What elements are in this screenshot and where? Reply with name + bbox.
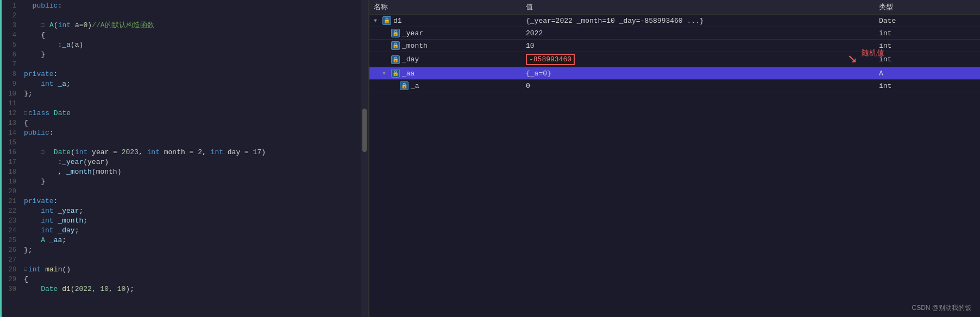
highlighted-value: -858993460 (526, 54, 575, 65)
collapse-icon[interactable]: □ (41, 148, 44, 157)
debug-type-cell: int (875, 40, 980, 52)
code-line (24, 60, 361, 69)
debug-content: 名称 值 类型 ▼🔒d1{_year=2022 _month=10 _day=-… (369, 0, 980, 317)
var-name: _aa (402, 69, 414, 78)
line-number: 22 (0, 206, 16, 216)
col-value: 值 (522, 0, 875, 15)
code-line: }; (24, 89, 361, 99)
debug-name-cell: 🔒_a (369, 80, 522, 92)
scrollbar-thumb[interactable] (362, 109, 367, 152)
debug-panel: 名称 值 类型 ▼🔒d1{_year=2022 _month=10 _day=-… (369, 0, 980, 317)
line-number: 2 (0, 11, 16, 21)
table-row[interactable]: 🔒_day-858993460int (369, 52, 980, 67)
line-number: 13 (0, 118, 16, 128)
debug-table-header: 名称 值 类型 (369, 0, 980, 15)
var-name: _a (411, 82, 419, 90)
debug-name-cell: 🔒_day (369, 52, 522, 67)
line-number: 7 (0, 60, 16, 69)
code-line: int _year; (24, 206, 361, 216)
debug-name-cell: 🔒_month (369, 40, 522, 52)
line-number: 16 (0, 148, 16, 157)
expand-arrow[interactable]: ▼ (382, 71, 389, 77)
line-number: 1 (0, 1, 16, 11)
debug-value-cell: 2022 (522, 27, 875, 40)
line-number: 12 (0, 109, 16, 118)
collapse-icon[interactable]: □ (24, 265, 27, 275)
debug-value-cell: 0 (522, 80, 875, 92)
table-row[interactable]: 🔒_year2022int (369, 27, 980, 40)
line-number: 10 (0, 89, 16, 99)
code-line (24, 138, 361, 148)
code-line (24, 255, 361, 265)
debug-value-cell: {_year=2022 _month=10 _day=-858993460 ..… (522, 15, 875, 27)
green-bar (0, 0, 2, 317)
watermark: CSDN @别动我的饭 (912, 303, 971, 313)
expand-arrow-placeholder (382, 30, 389, 36)
line-number: 11 (0, 99, 16, 109)
expand-arrow-placeholder (382, 56, 389, 62)
var-name: _year (402, 29, 423, 37)
code-line: □class Date (24, 109, 361, 118)
var-name: _day (402, 55, 419, 64)
code-line (24, 99, 361, 109)
line-number: 21 (0, 196, 16, 206)
line-number: 29 (0, 275, 16, 284)
code-line (24, 11, 361, 21)
collapse-icon[interactable]: □ (41, 21, 44, 30)
table-row[interactable]: 🔒_a0int (369, 80, 980, 92)
line-number: 24 (0, 226, 16, 236)
code-line: private: (24, 196, 361, 206)
var-icon: 🔒 (391, 55, 400, 64)
var-icon: 🔒 (391, 41, 400, 50)
code-line: { (24, 118, 361, 128)
table-row[interactable]: 🔒_month10int (369, 40, 980, 52)
code-line: A _aa; (24, 236, 361, 245)
collapse-icon[interactable]: □ (24, 109, 27, 118)
code-line: int _month; (24, 216, 361, 226)
debug-type-cell: Date (875, 15, 980, 27)
debug-type-cell: int (875, 52, 980, 67)
debug-table: 名称 值 类型 ▼🔒d1{_year=2022 _month=10 _day=-… (369, 0, 980, 92)
debug-type-cell: int (875, 27, 980, 40)
code-line: int _a; (24, 79, 361, 89)
code-line: { (24, 275, 361, 284)
line-number: 30 (0, 284, 16, 294)
line-number: 28 (0, 265, 16, 275)
line-number: 18 (0, 167, 16, 177)
debug-value-cell: 10 (522, 40, 875, 52)
code-line: Date d1(2022, 10, 10); (24, 284, 361, 294)
code-line: } (24, 177, 361, 187)
code-content: 1234567891011121314151617181920212223242… (0, 0, 368, 317)
expand-arrow[interactable]: ▼ (374, 18, 380, 24)
code-line: int _day; (24, 226, 361, 236)
debug-type-cell: A (875, 67, 980, 80)
debug-value-cell: -858993460 (522, 52, 875, 67)
line-number: 5 (0, 40, 16, 50)
line-number: 15 (0, 138, 16, 148)
debug-type-cell: int (875, 80, 980, 92)
line-number: 20 (0, 187, 16, 196)
debug-value-cell: {_a=0} (522, 67, 875, 80)
code-line: { (24, 30, 361, 40)
line-number: 27 (0, 255, 16, 265)
code-line: public: (24, 1, 361, 11)
line-number: 3 (0, 21, 16, 30)
code-line: }; (24, 245, 361, 255)
expand-arrow-placeholder (382, 43, 389, 49)
expand-arrow-placeholder (391, 83, 398, 89)
code-editor-panel: 1234567891011121314151617181920212223242… (0, 0, 369, 317)
code-scrollbar[interactable] (361, 0, 368, 317)
var-icon: 🔒 (391, 29, 400, 37)
col-name: 名称 (369, 0, 522, 15)
debug-tbody: ▼🔒d1{_year=2022 _month=10 _day=-85899346… (369, 15, 980, 92)
table-row[interactable]: ▼🔒_aa{_a=0}A (369, 67, 980, 80)
line-number: 6 (0, 50, 16, 60)
line-number: 26 (0, 245, 16, 255)
var-name: _month (402, 42, 428, 50)
debug-name-cell: ▼🔒_aa (369, 67, 522, 80)
debug-name-cell: 🔒_year (369, 27, 522, 40)
code-line: □ Date(int year = 2023, int month = 2, i… (24, 148, 361, 157)
table-row[interactable]: ▼🔒d1{_year=2022 _month=10 _day=-85899346… (369, 15, 980, 27)
code-line: public: (24, 128, 361, 138)
debug-name-cell: ▼🔒d1 (369, 15, 522, 27)
